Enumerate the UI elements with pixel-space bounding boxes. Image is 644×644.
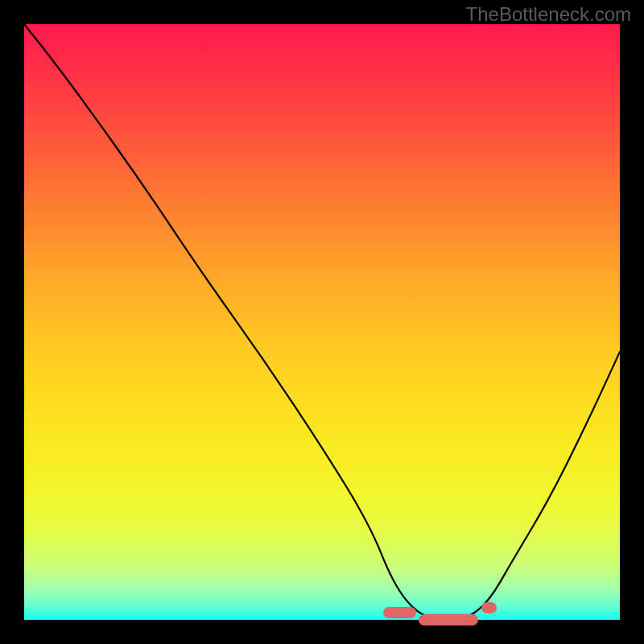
heat-gradient-background: [24, 24, 620, 620]
watermark-text: TheBottleneck.com: [466, 3, 631, 26]
chart-container: TheBottleneck.com: [0, 0, 644, 644]
plot-area: [24, 24, 620, 620]
